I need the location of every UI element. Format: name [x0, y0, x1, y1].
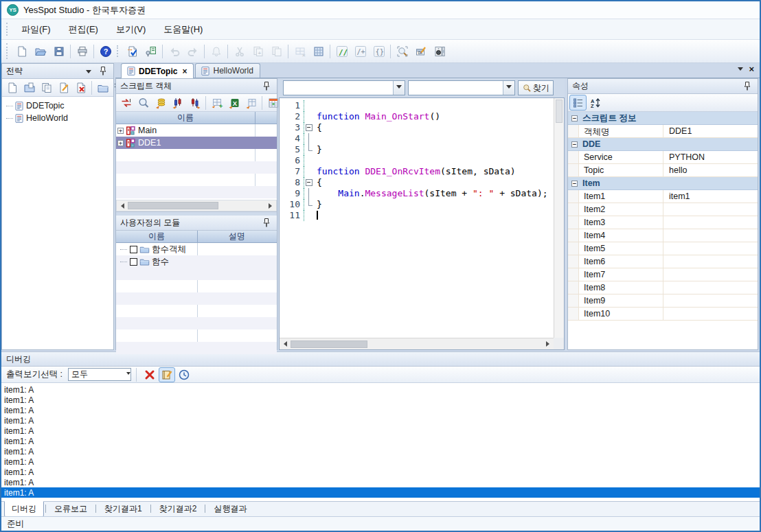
property-row-Item6[interactable]: Item6: [568, 255, 758, 268]
debug-output-line[interactable]: item1: A: [1, 415, 760, 426]
property-row-Service[interactable]: ServicePYTHON: [568, 151, 758, 164]
property-category-DDE[interactable]: −DDE: [568, 138, 758, 151]
property-value[interactable]: [663, 242, 758, 255]
candle-import-button[interactable]: [169, 95, 186, 111]
log-edit-button[interactable]: [159, 367, 175, 382]
menu-item-0[interactable]: 파일(F): [12, 20, 60, 39]
property-row-Item7[interactable]: Item7: [568, 268, 758, 281]
open-folder-button[interactable]: [31, 42, 49, 60]
search-objects-button[interactable]: [135, 95, 152, 111]
scrollbar-thumb[interactable]: [556, 100, 563, 123]
property-value[interactable]: DDE1: [663, 125, 758, 137]
collapse-icon[interactable]: −: [571, 115, 578, 122]
undo-button[interactable]: [165, 42, 183, 60]
property-value[interactable]: [663, 308, 758, 320]
excel-export-button[interactable]: X: [225, 95, 242, 111]
ok-dialog-edit-button[interactable]: OK: [411, 42, 430, 60]
code-line[interactable]: 1: [280, 100, 554, 111]
checkbox[interactable]: [130, 246, 137, 253]
copy-document-button[interactable]: [38, 80, 55, 95]
find-in-script-button[interactable]: [393, 42, 411, 60]
menu-item-1[interactable]: 편집(E): [60, 20, 107, 39]
tab-list-dropdown-icon[interactable]: [738, 67, 743, 73]
print-button[interactable]: [73, 42, 91, 60]
property-row-Item2[interactable]: Item2: [568, 203, 758, 216]
pin-icon[interactable]: [260, 217, 273, 229]
time-stamp-button[interactable]: [176, 367, 192, 382]
debug-output-line[interactable]: item1: A: [1, 405, 760, 415]
alert-bell-button[interactable]: [207, 42, 225, 60]
output-filter-combo[interactable]: 모두: [68, 368, 131, 381]
pin-icon[interactable]: [260, 80, 273, 93]
debug-output-line[interactable]: item1: A: [1, 487, 760, 498]
panel-dropdown-icon[interactable]: [86, 70, 91, 76]
cut-button[interactable]: [230, 42, 249, 60]
braces-button[interactable]: {}: [370, 42, 388, 60]
property-value[interactable]: [663, 203, 758, 216]
debug-output-line[interactable]: item1: A: [1, 477, 760, 487]
combo-dropdown-icon[interactable]: [393, 81, 405, 95]
script-objects-column-header[interactable]: 이름: [116, 112, 277, 124]
property-row-Item8[interactable]: Item8: [568, 281, 758, 294]
grid-view-button[interactable]: [309, 42, 328, 60]
tab-close-icon[interactable]: ×: [749, 65, 754, 73]
expand-icon[interactable]: +: [117, 128, 124, 134]
swap-arrows-button[interactable]: [117, 95, 135, 111]
code-line[interactable]: 11: [280, 210, 554, 221]
property-value[interactable]: [663, 268, 758, 281]
module-row-함수객체[interactable]: 함수객체: [116, 243, 277, 255]
property-value[interactable]: PYTHON: [663, 151, 758, 163]
property-row-Topic[interactable]: Topichello: [568, 164, 758, 177]
name-column-header[interactable]: 이름: [116, 112, 255, 124]
scroll-left-icon[interactable]: [117, 200, 128, 211]
scrollbar-thumb[interactable]: [128, 202, 218, 209]
collapse-icon[interactable]: −: [571, 141, 578, 148]
pin-icon[interactable]: [741, 80, 753, 93]
object-row-Main[interactable]: +Main: [116, 124, 277, 137]
strategy-item-HelloWorld[interactable]: HelloWorld: [2, 112, 113, 124]
debug-output[interactable]: item1: Aitem1: Aitem1: Aitem1: Aitem1: A…: [1, 383, 760, 501]
debug-output-line[interactable]: item1: A: [1, 426, 760, 436]
new-document-button[interactable]: [3, 80, 21, 95]
property-value[interactable]: [663, 294, 758, 307]
property-value[interactable]: [663, 255, 758, 268]
scroll-right-icon[interactable]: [543, 338, 554, 349]
property-category-스크립트 정보[interactable]: −스크립트 정보: [568, 112, 758, 125]
clear-output-button[interactable]: [141, 367, 158, 382]
code-line[interactable]: 6: [280, 155, 554, 166]
tab-close-icon[interactable]: ×: [182, 67, 187, 76]
code-line[interactable]: 8{: [280, 177, 554, 188]
menu-item-2[interactable]: 보기(V): [107, 20, 155, 39]
control-settings-button[interactable]: [430, 42, 448, 60]
debug-output-line[interactable]: item1: A: [1, 467, 760, 477]
pin-icon[interactable]: [97, 65, 109, 78]
paste-button[interactable]: +: [249, 42, 267, 60]
property-row-Item4[interactable]: Item4: [568, 229, 758, 242]
folder-document-button[interactable]: [21, 80, 38, 95]
property-category-Item[interactable]: −Item: [568, 177, 758, 190]
object-row-DDE1[interactable]: +DDE1: [116, 137, 277, 149]
menu-item-3[interactable]: 도움말(H): [155, 20, 212, 39]
table-add-button[interactable]: +: [208, 95, 225, 111]
candle-export-button[interactable]: [186, 95, 203, 111]
bottom-tab-디버깅[interactable]: 디버깅: [4, 501, 44, 518]
comment-line-button[interactable]: //: [332, 42, 351, 60]
fold-marker[interactable]: [304, 144, 314, 155]
combo-dropdown-icon[interactable]: [503, 81, 514, 95]
debug-output-line[interactable]: item1: A: [1, 395, 760, 405]
redo-button[interactable]: [183, 42, 202, 60]
alphabetical-sort-button[interactable]: AZ: [587, 95, 604, 111]
data-coins-button[interactable]: [152, 95, 169, 111]
property-value[interactable]: hello: [663, 164, 758, 176]
property-value[interactable]: item1: [663, 190, 758, 203]
copy-button[interactable]: [267, 42, 286, 60]
scrollbar-thumb[interactable]: [291, 340, 367, 348]
property-row-Item3[interactable]: Item3: [568, 216, 758, 229]
table-import-button[interactable]: [242, 95, 260, 111]
debug-output-line[interactable]: item1: A: [1, 446, 760, 456]
bottom-tab-실행결과[interactable]: 실행결과: [207, 502, 253, 517]
code-area[interactable]: 12function Main_OnStart()3{45}67function…: [280, 98, 554, 338]
property-value[interactable]: [663, 281, 758, 294]
bottom-tab-오류보고[interactable]: 오류보고: [47, 502, 94, 517]
folder-closed-button[interactable]: [94, 80, 111, 95]
